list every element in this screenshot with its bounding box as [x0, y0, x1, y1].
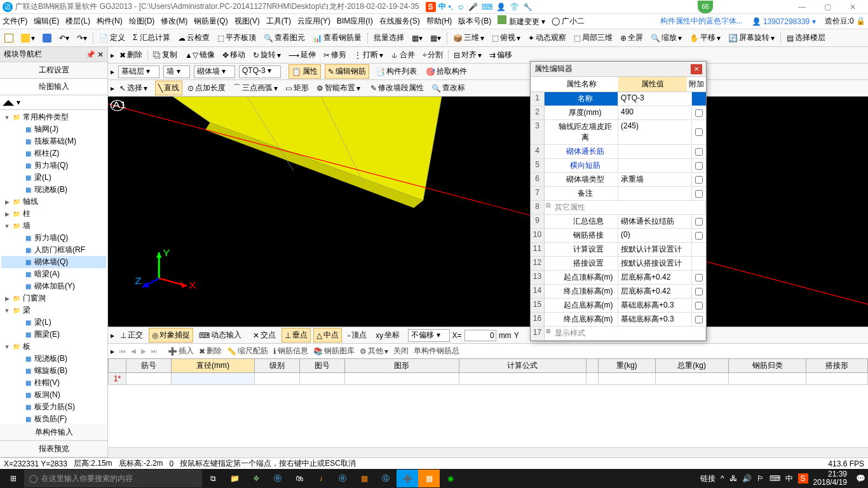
tray-kb-icon[interactable]: ⌨ [770, 474, 780, 483]
menu-online[interactable]: 在线服务(S) [379, 16, 420, 27]
blue-tip-link[interactable]: 构件属性中的蓝色字体... [660, 16, 743, 27]
offset-button[interactable]: ⇉ 偏移 [487, 48, 515, 62]
prop-row[interactable]: 10钢筋搭接(0) [531, 229, 706, 243]
merge-button[interactable]: ⫝ 合并 [388, 48, 417, 62]
menu-version[interactable]: 版本号(B) [458, 16, 491, 27]
prop-row[interactable]: 1名称QTQ-3 [531, 92, 706, 106]
prop-row[interactable]: 13起点顶标高(m)层底标高+0.42 [531, 271, 706, 285]
app-1-icon[interactable]: ❖ [245, 470, 267, 487]
tray-s-icon[interactable]: S [798, 473, 808, 484]
tree-tool-1-icon[interactable]: ◢◣ [3, 98, 14, 107]
dyn-input-button[interactable]: ⌨ 动态输入 [196, 328, 245, 342]
app-2-icon[interactable]: ▦ [353, 470, 375, 487]
extend-button[interactable]: ⟶ 延伸 [286, 48, 318, 62]
prop-row[interactable]: 9汇总信息砌体通长拉结筋 [531, 215, 706, 229]
select-button[interactable]: ↖ 选择▾ [117, 81, 150, 95]
tree-node[interactable]: ▦圈梁(E) [1, 329, 106, 341]
menu-help[interactable]: 帮助(H) [426, 16, 452, 27]
perp-button[interactable]: ⊥ 垂点 [281, 328, 311, 342]
ime-badge[interactable]: S [426, 2, 436, 12]
tree-node[interactable]: ▼📁墙 [1, 220, 106, 232]
app-6-icon[interactable]: ◉ [440, 470, 461, 487]
line-button[interactable]: ╲ 直线 [155, 81, 182, 95]
tree-node[interactable]: ▦现浇板(B) [1, 184, 106, 196]
smart-layout-button[interactable]: ⚙ 智能布置▾ [314, 81, 363, 95]
ie-icon[interactable]: ⓔ [332, 470, 353, 487]
horizontal-scrollbar[interactable] [108, 447, 868, 458]
rtb-arrow-icon[interactable]: ▸ [111, 347, 114, 356]
mid-button[interactable]: △ 中点 [313, 328, 342, 342]
tree-node[interactable]: ▦板受力筋(S) [1, 401, 106, 413]
move-button[interactable]: ✥ 移动 [220, 48, 248, 62]
ortho-button[interactable]: ⊥ 正交 [117, 328, 146, 342]
tree-node[interactable]: ▦框柱(Z) [1, 147, 106, 159]
prop-row[interactable]: 3轴线距左墙皮距离(245) [531, 120, 706, 145]
prop-row[interactable]: 5横向短筋 [531, 159, 706, 173]
prop-row[interactable]: 8⊟其它属性 [531, 201, 706, 215]
tree-node[interactable]: ▦轴网(J) [1, 123, 106, 135]
col-header[interactable]: 钢筋归类 [728, 359, 806, 373]
close-button[interactable]: ✕ [840, 3, 865, 11]
define-button[interactable]: 📄 定义 [97, 31, 127, 44]
top-view-button[interactable]: ⬚ 俯视▾ [490, 31, 522, 44]
prop-row[interactable]: 16终点底标高(m)基础底标高+0.3 [531, 313, 706, 327]
folder-icon[interactable]: 📁 [224, 470, 245, 487]
edge-icon[interactable]: ⓔ [267, 470, 288, 487]
tree-node[interactable]: ▦梁(L) [1, 316, 106, 329]
notification-icon[interactable]: 💬 [856, 474, 865, 483]
prop-row[interactable]: 12搭接设置按默认搭接设置计 [531, 257, 706, 271]
local-3d-button[interactable]: ⬚ 局部三维 [572, 31, 614, 44]
menu-steel[interactable]: 钢筋量(Q) [194, 16, 227, 27]
tree-node[interactable]: ▦暗梁(A) [1, 268, 106, 280]
select-floor-button[interactable]: ▤ 选择楼层 [785, 31, 827, 44]
ime-smile-icon[interactable]: ☺ [457, 3, 465, 11]
menu-file[interactable]: 文件(F) [3, 16, 27, 27]
break-button[interactable]: ⋮ 打断▾ [351, 48, 386, 62]
menu-view[interactable]: 视图(V) [234, 16, 260, 27]
col-header[interactable]: 直径(mm) [171, 359, 254, 373]
col-header[interactable]: 筋号 [126, 359, 172, 373]
coord-button[interactable]: xy 坐标 [372, 328, 403, 342]
other-button[interactable]: ⚙ 其他▾ [360, 346, 388, 356]
menu-edit[interactable]: 编辑(E) [34, 16, 59, 27]
offset-mode-select[interactable]: 不偏移 ▾ [408, 329, 449, 342]
app-4-icon[interactable]: ➕ [397, 470, 418, 487]
tab-single-input[interactable]: 单构件输入 [0, 424, 107, 441]
prop-row[interactable]: 2厚度(mm)490 [531, 106, 706, 120]
tree-node[interactable]: ▶📁轴线 [1, 196, 106, 208]
intersect-button[interactable]: ✕ 交点 [250, 328, 279, 342]
view-steel-button[interactable]: 📊 查看钢筋量 [311, 31, 363, 44]
menu-new-change[interactable]: 新建变更 ▾ [498, 15, 545, 27]
edit-wall-seg-button[interactable]: ✎ 修改墙段属性 [368, 81, 426, 95]
menu-draw[interactable]: 绘图(D) [129, 16, 155, 27]
screen-rotate-button[interactable]: 🔄 屏幕旋转▾ [726, 31, 776, 44]
tree-node[interactable]: ▦剪力墙(Q) [1, 159, 106, 172]
sum-calc-button[interactable]: Σ 汇总计算 [131, 31, 172, 44]
col-header[interactable] [586, 359, 598, 373]
cloud-check-button[interactable]: ☁ 云检查 [176, 31, 212, 44]
ctb-arrow-icon[interactable]: ▸ [111, 51, 114, 60]
col-header[interactable] [109, 359, 126, 373]
prop-close-button[interactable]: ✕ [691, 64, 702, 74]
nav-first-icon[interactable]: ⏮ [119, 348, 126, 355]
tree-node[interactable]: ▦砌体加筋(Y) [1, 280, 106, 292]
component-tree[interactable]: ▼📁常用构件类型▦轴网(J)▦筏板基础(M)▦框柱(Z)▦剪力墙(Q)▦梁(L)… [0, 110, 107, 424]
tree-node[interactable]: ▦现浇板(B) [1, 353, 106, 365]
new-icon[interactable] [3, 32, 15, 44]
tree-node[interactable]: ▶📁门窗洞 [1, 292, 106, 304]
open-icon[interactable]: ▾ [19, 32, 37, 44]
row-header[interactable]: 1* [109, 373, 126, 385]
rtb-delete-button[interactable]: ✖ 删除 [199, 346, 222, 356]
nav-next-icon[interactable]: ▶ [141, 348, 146, 355]
tree-node[interactable]: ▼📁板 [1, 341, 106, 353]
edit-steel-button[interactable]: ✎ 编辑钢筋 [325, 64, 369, 79]
rebar-table[interactable]: 筋号直径(mm)级别图号图形计算公式重(kg)总重(kg)钢筋归类搭接形 1* [108, 358, 868, 447]
col-header[interactable]: 级别 [254, 359, 299, 373]
view-label-button[interactable]: 🔍 查改标 [429, 81, 468, 95]
more-2-icon[interactable]: ▦▾ [428, 32, 443, 44]
ime-dot-icon[interactable]: •, [449, 3, 454, 11]
prop-row[interactable]: 6砌体墙类型承重墙 [531, 173, 706, 187]
steel-lib-button[interactable]: 📚 钢筋图库 [313, 346, 355, 356]
prop-row[interactable]: 15起点底标高(m)基础底标高+0.3 [531, 299, 706, 313]
property-button[interactable]: 📋 属性 [288, 64, 321, 79]
